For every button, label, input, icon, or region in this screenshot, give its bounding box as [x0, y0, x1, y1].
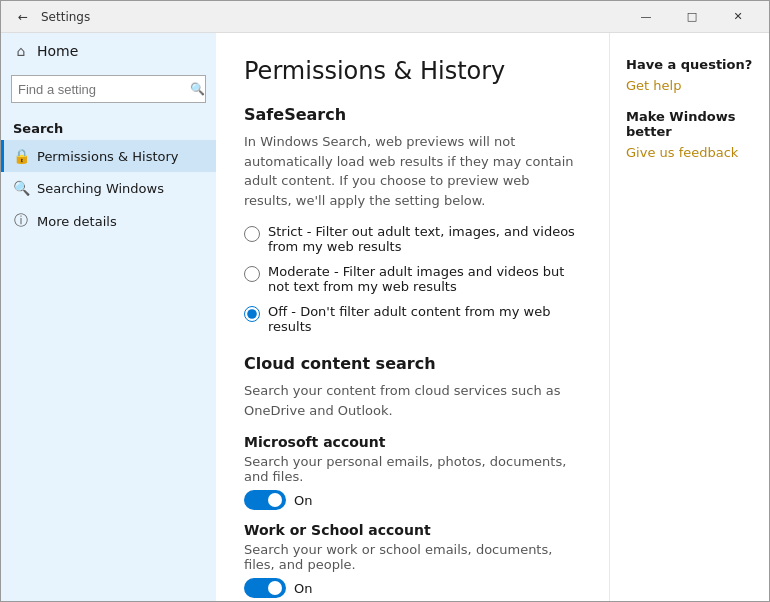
work-account-desc: Search your work or school emails, docum… [244, 542, 581, 572]
get-help-link[interactable]: Get help [626, 78, 753, 93]
content-area: Permissions & History SafeSearch In Wind… [216, 33, 609, 601]
sidebar-item-more-details[interactable]: ⓘ More details [1, 204, 216, 238]
radio-strict-label: Strict - Filter out adult text, images, … [268, 224, 581, 254]
microsoft-account-toggle-row: On [244, 490, 581, 510]
microsoft-account-desc: Search your personal emails, photos, doc… [244, 454, 581, 484]
main-content: ⌂ Home 🔍 Search 🔒 Permissions & History … [1, 33, 769, 601]
give-feedback-link[interactable]: Give us feedback [626, 145, 753, 160]
make-windows-better-title: Make Windows better [626, 109, 753, 139]
safesearch-title: SafeSearch [244, 105, 581, 124]
titlebar: ← Settings — □ ✕ [1, 1, 769, 33]
toggle-thumb-ms [268, 493, 282, 507]
toggle-track-work[interactable] [244, 578, 286, 598]
search-box-container: 🔍 [1, 69, 216, 113]
radio-strict[interactable]: Strict - Filter out adult text, images, … [244, 224, 581, 254]
minimize-button[interactable]: — [623, 1, 669, 33]
page-title: Permissions & History [244, 57, 581, 85]
sidebar-item-permissions[interactable]: 🔒 Permissions & History [1, 140, 216, 172]
permissions-icon: 🔒 [13, 148, 29, 164]
searching-windows-icon: 🔍 [13, 180, 29, 196]
sidebar-item-home[interactable]: ⌂ Home [1, 33, 216, 69]
sidebar-item-searching-windows[interactable]: 🔍 Searching Windows [1, 172, 216, 204]
right-panel: Have a question? Get help Make Windows b… [609, 33, 769, 601]
sidebar-section-label: Search [1, 113, 216, 140]
radio-moderate-input[interactable] [244, 266, 260, 282]
safesearch-desc: In Windows Search, web previews will not… [244, 132, 581, 210]
settings-window: ← Settings — □ ✕ ⌂ Home 🔍 Search 🔒 [0, 0, 770, 602]
radio-moderate-label: Moderate - Filter adult images and video… [268, 264, 581, 294]
cloud-content-desc: Search your content from cloud services … [244, 381, 581, 420]
sidebar-more-label: More details [37, 214, 117, 229]
safesearch-radio-group: Strict - Filter out adult text, images, … [244, 224, 581, 334]
window-title: Settings [41, 10, 623, 24]
search-input[interactable] [18, 82, 186, 97]
work-account-toggle-row: On [244, 578, 581, 598]
toggle-track-ms[interactable] [244, 490, 286, 510]
radio-moderate[interactable]: Moderate - Filter adult images and video… [244, 264, 581, 294]
radio-off[interactable]: Off - Don't filter adult content from my… [244, 304, 581, 334]
toggle-thumb-work [268, 581, 282, 595]
more-details-icon: ⓘ [13, 212, 29, 230]
back-button[interactable]: ← [9, 3, 37, 31]
search-box: 🔍 [11, 75, 206, 103]
radio-off-label: Off - Don't filter adult content from my… [268, 304, 581, 334]
sidebar: ⌂ Home 🔍 Search 🔒 Permissions & History … [1, 33, 216, 601]
work-account-title: Work or School account [244, 522, 581, 538]
sidebar-searching-label: Searching Windows [37, 181, 164, 196]
sidebar-home-label: Home [37, 43, 78, 59]
home-icon: ⌂ [13, 43, 29, 59]
search-icon: 🔍 [190, 82, 205, 96]
cloud-content-title: Cloud content search [244, 354, 581, 373]
microsoft-account-toggle[interactable] [244, 490, 286, 510]
have-a-question-title: Have a question? [626, 57, 753, 72]
radio-off-input[interactable] [244, 306, 260, 322]
microsoft-account-title: Microsoft account [244, 434, 581, 450]
radio-strict-input[interactable] [244, 226, 260, 242]
work-account-toggle[interactable] [244, 578, 286, 598]
close-button[interactable]: ✕ [715, 1, 761, 33]
sidebar-permissions-label: Permissions & History [37, 149, 179, 164]
maximize-button[interactable]: □ [669, 1, 715, 33]
window-controls: — □ ✕ [623, 1, 761, 33]
work-account-toggle-label: On [294, 581, 312, 596]
microsoft-account-toggle-label: On [294, 493, 312, 508]
